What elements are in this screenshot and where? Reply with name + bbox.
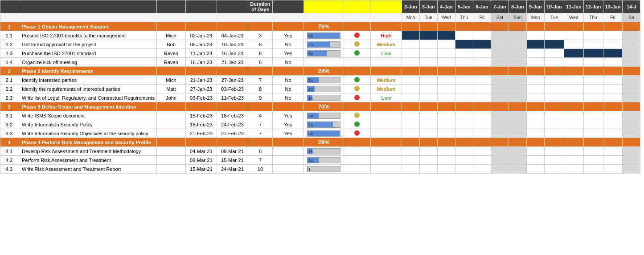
gantt-cell <box>402 129 419 138</box>
data-row: 3.2Write Information Security Policy18-F… <box>0 120 640 129</box>
row-end-date: 18-Feb-23 <box>217 111 248 120</box>
row-status <box>344 40 370 49</box>
gantt-cell <box>402 111 419 120</box>
gantt-cell <box>402 22 419 31</box>
day-sa-2: Sa <box>623 13 640 22</box>
row-num: 2.3 <box>0 93 18 102</box>
row-priority: Medium <box>370 85 402 93</box>
row-name: Organize kick off meeting <box>18 58 157 67</box>
row-name: Write ISMS Scope document <box>18 111 157 120</box>
gantt-cell <box>491 22 509 31</box>
row-end-date: 21-Jan-23 <box>217 58 248 67</box>
row-start-date <box>185 138 217 147</box>
gantt-cell <box>402 138 419 147</box>
gantt-cell <box>509 102 526 111</box>
gantt-cell <box>623 147 640 156</box>
gantt-cell <box>526 76 544 85</box>
row-name: Perform Risk Assessment and Treatment <box>18 156 157 165</box>
gantt-cell <box>455 58 473 67</box>
gantt-cell <box>473 67 491 76</box>
gantt-cell <box>491 58 509 67</box>
row-status <box>344 138 370 147</box>
row-deliverable <box>272 102 304 111</box>
day-fri-2: Fri <box>603 13 623 22</box>
gantt-cell <box>509 58 526 67</box>
row-status <box>344 58 370 67</box>
row-name: Phase 3 Define Scope and Management Inte… <box>18 102 157 111</box>
row-complete: 34 <box>304 111 344 120</box>
gantt-cell <box>544 111 564 120</box>
gantt-cell <box>509 111 526 120</box>
gantt-cell <box>526 22 544 31</box>
gantt-cell <box>402 31 419 40</box>
gantt-cell <box>526 156 544 165</box>
row-priority <box>370 147 402 156</box>
row-priority: Medium <box>370 76 402 85</box>
gantt-cell <box>623 49 640 58</box>
row-end-date: 24-Feb-23 <box>217 120 248 129</box>
gantt-col-6jan: 6-Jan <box>473 0 491 13</box>
row-name: Get formal approval for the project <box>18 40 157 49</box>
row-complete: 1 <box>304 165 344 174</box>
row-start-date: 03-Feb-23 <box>185 93 217 102</box>
row-complete: 34 <box>304 76 344 85</box>
data-row: 2.2Identify the requirements of interest… <box>0 85 640 93</box>
gantt-cell <box>419 40 437 49</box>
day-fri-1: Fri <box>473 13 491 22</box>
row-deliverable <box>272 67 304 76</box>
gantt-cell <box>526 129 544 138</box>
gantt-cell <box>544 156 564 165</box>
gantt-col-7jan: 7-Jan <box>491 0 509 13</box>
col-header-resource <box>156 0 185 13</box>
gantt-cell <box>603 111 623 120</box>
gantt-cell <box>402 40 419 49</box>
row-deliverable <box>272 165 304 174</box>
day-tue-1: Tue <box>419 13 437 22</box>
row-num: 1.4 <box>0 58 18 67</box>
gantt-cell <box>437 67 455 76</box>
gantt-cell <box>455 165 473 174</box>
row-priority: Low <box>370 93 402 102</box>
gantt-cell <box>455 31 473 40</box>
gantt-cell <box>455 85 473 93</box>
gantt-cell <box>402 76 419 85</box>
gantt-cell <box>473 76 491 85</box>
gantt-cell <box>623 138 640 147</box>
row-duration: 7 <box>248 120 272 129</box>
row-num: 1.1 <box>0 31 18 40</box>
row-resource: John <box>156 93 185 102</box>
row-deliverable: No <box>272 93 304 102</box>
gantt-cell <box>544 138 564 147</box>
gantt-cell <box>437 111 455 120</box>
row-priority: High <box>370 31 402 40</box>
row-deliverable: Yes <box>272 111 304 120</box>
row-deliverable <box>272 138 304 147</box>
data-row: 1.4Organize kick off meetingRaven16-Jan-… <box>0 58 640 67</box>
gantt-cell <box>419 49 437 58</box>
row-name: Phase 1 Obtain Management Support <box>18 22 157 31</box>
row-priority <box>370 102 402 111</box>
row-name: Identify interested parties <box>18 76 157 85</box>
gantt-cell <box>623 156 640 165</box>
row-name: Identify the requirements of interested … <box>18 85 157 93</box>
gantt-cell <box>526 120 544 129</box>
row-complete: 78 <box>304 120 344 129</box>
gantt-cell <box>473 58 491 67</box>
gantt-cell <box>509 31 526 40</box>
row-duration <box>248 138 272 147</box>
row-deliverable: No <box>272 76 304 85</box>
gantt-cell <box>603 76 623 85</box>
col-header-duration: Durationof Days <box>248 0 272 13</box>
gantt-cell <box>603 165 623 174</box>
row-resource: Raven <box>156 49 185 58</box>
gantt-col-14jan: 14-J <box>623 0 640 13</box>
row-resource <box>156 102 185 111</box>
row-name: Write Information Security Policy <box>18 120 157 129</box>
gantt-cell <box>623 31 640 40</box>
row-end-date: 09-Mar-21 <box>217 147 248 156</box>
gantt-cell <box>544 49 564 58</box>
row-start-date: 15-Mar-21 <box>185 165 217 174</box>
gantt-cell <box>473 93 491 102</box>
day-thu-2: Thu <box>583 13 603 22</box>
data-row: 4.3Write Risk Assessment and Treatment R… <box>0 165 640 174</box>
